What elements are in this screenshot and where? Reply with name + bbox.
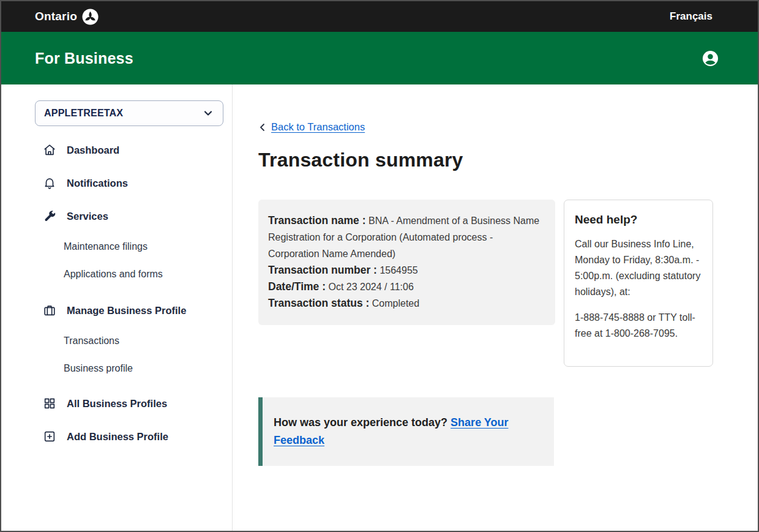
wrench-icon (43, 209, 56, 223)
sidebar-item-maintenance-filings[interactable]: Maintenance filings (35, 233, 223, 260)
sidebar-item-notifications[interactable]: Notifications (35, 167, 223, 200)
briefcase-icon (43, 304, 56, 317)
app-header: For Business (1, 32, 758, 84)
sidebar-item-label: Add Business Profile (67, 431, 168, 443)
sidebar-item-add-business-profile[interactable]: Add Business Profile (35, 420, 223, 453)
sidebar-item-label: Transactions (64, 335, 119, 347)
page-title: Transaction summary (258, 149, 758, 171)
sidebar-item-label: Manage Business Profile (67, 305, 186, 317)
transaction-datetime-label: Date/Time : (268, 280, 326, 293)
transaction-details-panel: Transaction name : BNA - Amendment of a … (258, 200, 555, 325)
transaction-name-label: Transaction name : (268, 214, 366, 227)
need-help-body: Call our Business Info Line, Monday to F… (575, 236, 702, 300)
sidebar-item-label: All Business Profiles (67, 398, 167, 410)
feedback-question: How was your experience today? (274, 416, 447, 429)
sidebar-item-label: Business profile (64, 363, 133, 374)
sidebar-item-services[interactable]: Services (35, 200, 223, 233)
transaction-datetime-value: Oct 23 2024 / 11:06 (328, 282, 413, 292)
browser-viewport: Ontario Français For Business (0, 0, 759, 532)
top-bar: Ontario Français (1, 1, 758, 32)
need-help-title: Need help? (575, 213, 702, 227)
grid-icon (43, 397, 56, 410)
chevron-left-icon (258, 123, 267, 132)
sidebar-nav: Dashboard Notifications (35, 133, 223, 453)
add-square-icon (43, 430, 56, 443)
business-profile-select-value: APPLETREETAX (44, 108, 123, 119)
feedback-banner: How was your experience today? Share You… (258, 397, 554, 466)
content-area: APPLETREETAX Dashboard (1, 84, 758, 531)
sidebar-item-transactions[interactable]: Transactions (35, 327, 223, 354)
sidebar-item-label: Notifications (67, 178, 128, 189)
sidebar: APPLETREETAX Dashboard (1, 84, 233, 531)
app-title: For Business (35, 50, 133, 67)
transaction-number-label: Transaction number : (268, 264, 377, 276)
need-help-panel: Need help? Call our Business Info Line, … (564, 200, 713, 367)
sidebar-item-manage-business-profile[interactable]: Manage Business Profile (35, 294, 223, 327)
need-help-phone: 1-888-745-8888 or TTY toll-free at 1-800… (575, 310, 702, 342)
transaction-status-value: Completed (372, 298, 419, 309)
sidebar-item-label: Dashboard (67, 144, 119, 156)
trillium-logo-icon (82, 9, 99, 25)
sidebar-item-business-profile[interactable]: Business profile (35, 354, 223, 382)
sidebar-item-label: Applications and forms (64, 269, 163, 280)
bell-icon (43, 176, 56, 190)
home-icon (43, 143, 56, 157)
account-icon (702, 50, 719, 67)
business-profile-select[interactable]: APPLETREETAX (35, 100, 223, 126)
chevron-down-icon (203, 108, 213, 118)
account-button[interactable] (702, 50, 719, 67)
language-toggle-link[interactable]: Français (670, 10, 712, 23)
transaction-status-label: Transaction status : (268, 297, 369, 309)
back-to-transactions-link[interactable]: Back to Transactions (258, 121, 758, 133)
main-content: Back to Transactions Transaction summary… (233, 84, 758, 531)
transaction-number-value: 1564955 (380, 265, 417, 275)
sidebar-item-label: Services (67, 211, 108, 222)
back-link-label[interactable]: Back to Transactions (271, 121, 365, 133)
sidebar-item-applications-and-forms[interactable]: Applications and forms (35, 260, 223, 288)
summary-row: Transaction name : BNA - Amendment of a … (258, 200, 758, 367)
sidebar-item-dashboard[interactable]: Dashboard (35, 133, 223, 167)
ontario-logo-link[interactable]: Ontario (35, 9, 99, 25)
ontario-wordmark: Ontario (35, 10, 77, 23)
sidebar-item-label: Maintenance filings (64, 241, 148, 252)
sidebar-item-all-business-profiles[interactable]: All Business Profiles (35, 387, 223, 420)
